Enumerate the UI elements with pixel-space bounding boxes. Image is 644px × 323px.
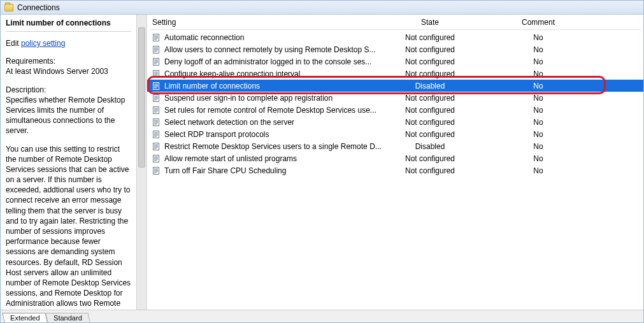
svg-rect-40 bbox=[154, 131, 159, 138]
details-heading: Limit number of connections bbox=[6, 18, 131, 32]
policy-row[interactable]: Select network detection on the serverNo… bbox=[147, 116, 643, 128]
cell-setting: Allow users to connect remotely by using… bbox=[150, 45, 385, 54]
cell-state: Not configured bbox=[385, 94, 475, 103]
cell-comment: No bbox=[475, 118, 602, 127]
policy-icon bbox=[152, 45, 161, 54]
cell-comment: No bbox=[475, 69, 602, 78]
cell-state: Not configured bbox=[385, 130, 475, 139]
policy-icon bbox=[152, 33, 161, 42]
policy-icon bbox=[152, 106, 161, 115]
requirements-value: At least Windows Server 2003 bbox=[6, 66, 131, 76]
svg-rect-30 bbox=[154, 106, 159, 113]
cell-state: Not configured bbox=[385, 33, 475, 42]
cell-setting: Set rules for remote control of Remote D… bbox=[150, 106, 385, 115]
details-body: Edit policy setting Requirements: At lea… bbox=[6, 38, 131, 310]
setting-label: Deny logoff of an administrator logged i… bbox=[164, 57, 371, 66]
cell-state: Not configured bbox=[385, 106, 475, 115]
policy-row[interactable]: Configure keep-alive connection interval… bbox=[147, 68, 643, 80]
policy-icon bbox=[152, 166, 161, 175]
setting-label: Allow users to connect remotely by using… bbox=[164, 45, 375, 54]
cell-setting: Select RDP transport protocols bbox=[150, 130, 385, 139]
svg-rect-0 bbox=[154, 34, 159, 41]
cell-state: Not configured bbox=[385, 69, 475, 78]
policy-icon bbox=[152, 118, 161, 127]
cell-comment: No bbox=[475, 142, 602, 151]
svg-rect-15 bbox=[154, 70, 159, 77]
cell-comment: No bbox=[475, 166, 602, 175]
policy-row[interactable]: Select RDP transport protocolsNot config… bbox=[147, 128, 643, 140]
window-title: Connections bbox=[17, 3, 60, 12]
setting-label: Allow remote start of unlisted programs bbox=[164, 154, 297, 163]
column-header-setting[interactable]: Setting bbox=[150, 18, 385, 27]
cell-comment: No bbox=[475, 45, 602, 54]
list-area: Setting State Comment Automatic reconnec… bbox=[147, 15, 643, 310]
cell-setting: Deny logoff of an administrator logged i… bbox=[150, 57, 385, 66]
policy-row[interactable]: Allow users to connect remotely by using… bbox=[147, 43, 643, 55]
setting-label: Configure keep-alive connection interval bbox=[164, 69, 300, 78]
policy-icon bbox=[152, 94, 161, 103]
policy-row[interactable]: Set rules for remote control of Remote D… bbox=[147, 104, 643, 116]
svg-rect-55 bbox=[154, 167, 159, 174]
policy-icon bbox=[152, 142, 161, 151]
cell-comment: No bbox=[475, 82, 602, 90]
cell-comment: No bbox=[475, 33, 602, 42]
column-headers: Setting State Comment bbox=[147, 15, 643, 30]
cell-state: Not configured bbox=[385, 118, 475, 127]
cell-state: Not configured bbox=[385, 154, 475, 163]
edit-prefix: Edit bbox=[6, 39, 21, 48]
svg-rect-20 bbox=[154, 82, 159, 89]
setting-label: Restrict Remote Desktop Services users t… bbox=[164, 142, 382, 151]
scrollbar-thumb[interactable] bbox=[138, 27, 145, 168]
setting-label: Select RDP transport protocols bbox=[164, 130, 269, 139]
setting-label: Turn off Fair Share CPU Scheduling bbox=[164, 166, 286, 175]
policy-row[interactable]: Allow remote start of unlisted programsN… bbox=[147, 152, 643, 164]
titlebar: Connections bbox=[1, 1, 643, 15]
cell-setting: Automatic reconnection bbox=[150, 33, 385, 42]
policy-icon bbox=[152, 130, 161, 139]
cell-comment: No bbox=[475, 106, 602, 115]
policy-list-pane: Setting State Comment Automatic reconnec… bbox=[137, 15, 643, 310]
policy-row[interactable]: Automatic reconnectionNot configuredNo bbox=[147, 31, 643, 43]
cell-setting: Restrict Remote Desktop Services users t… bbox=[150, 142, 385, 151]
policy-icon bbox=[152, 57, 161, 66]
description-label: Description: bbox=[6, 85, 131, 95]
svg-rect-35 bbox=[154, 118, 159, 126]
policy-row[interactable]: Restrict Remote Desktop Services users t… bbox=[147, 140, 643, 152]
tab-standard[interactable]: Standard bbox=[46, 313, 90, 322]
policy-icon bbox=[152, 69, 161, 78]
policy-row[interactable]: Turn off Fair Share CPU SchedulingNot co… bbox=[147, 164, 643, 176]
edit-policy-line: Edit policy setting bbox=[6, 38, 131, 48]
policy-row[interactable]: Suspend user sign-in to complete app reg… bbox=[147, 92, 643, 104]
cell-setting: Configure keep-alive connection interval bbox=[150, 69, 385, 78]
svg-rect-45 bbox=[154, 143, 159, 150]
details-pane: Limit number of connections Edit policy … bbox=[1, 15, 137, 310]
cell-comment: No bbox=[475, 57, 602, 66]
requirements-label: Requirements: bbox=[6, 56, 131, 66]
policy-row[interactable]: Deny logoff of an administrator logged i… bbox=[147, 55, 643, 68]
cell-comment: No bbox=[475, 94, 602, 103]
cell-state: Not configured bbox=[385, 57, 475, 66]
cell-state: Disabled bbox=[385, 142, 475, 151]
svg-rect-5 bbox=[154, 46, 159, 53]
edit-policy-link[interactable]: policy setting bbox=[21, 39, 65, 48]
setting-label: Select network detection on the server bbox=[164, 118, 294, 127]
svg-rect-25 bbox=[154, 94, 159, 101]
cell-setting: Suspend user sign-in to complete app reg… bbox=[150, 94, 385, 103]
setting-label: Set rules for remote control of Remote D… bbox=[164, 106, 376, 115]
column-header-state[interactable]: State bbox=[385, 18, 475, 27]
tab-extended[interactable]: Extended bbox=[2, 313, 48, 322]
description-body: Specifies whether Remote Desktop Service… bbox=[6, 95, 131, 309]
cell-comment: No bbox=[475, 130, 602, 139]
cell-setting: Limit number of connections bbox=[150, 82, 385, 90]
policy-icon bbox=[152, 154, 161, 163]
setting-label: Automatic reconnection bbox=[164, 33, 244, 42]
cell-setting: Turn off Fair Share CPU Scheduling bbox=[150, 166, 385, 175]
policy-row[interactable]: Limit number of connectionsDisabledNo bbox=[147, 80, 643, 92]
policy-icon bbox=[152, 82, 161, 90]
header-separator bbox=[150, 29, 641, 30]
column-header-comment[interactable]: Comment bbox=[475, 18, 602, 27]
cell-comment: No bbox=[475, 154, 602, 163]
scrollbar-vertical[interactable] bbox=[137, 15, 147, 310]
cell-state: Disabled bbox=[385, 82, 475, 90]
cell-state: Not configured bbox=[385, 166, 475, 175]
